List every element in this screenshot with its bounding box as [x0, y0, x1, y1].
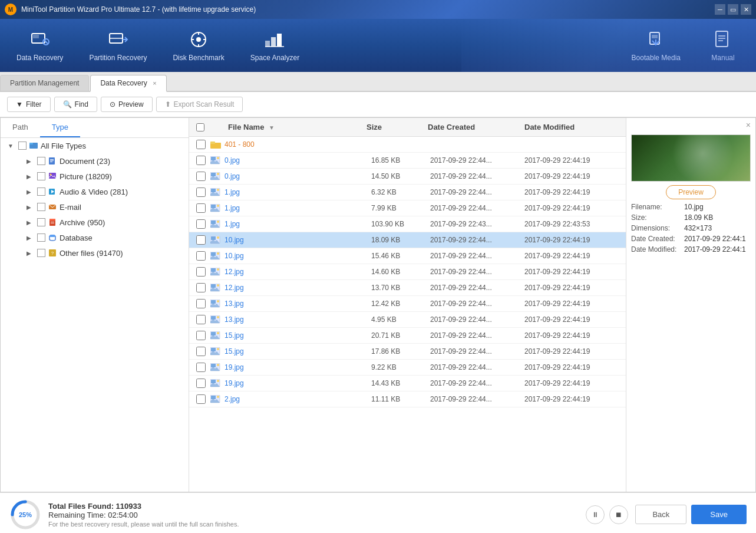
svg-rect-38	[49, 219, 55, 221]
find-button[interactable]: 🔍 Find	[54, 97, 97, 112]
row-checkbox[interactable]	[196, 363, 206, 372]
panel-tabs: Path Type	[1, 118, 189, 138]
tree-checkbox-email[interactable]	[37, 203, 45, 211]
preview-close-button[interactable]: ×	[746, 120, 751, 130]
table-row[interactable]: 1.jpg 7.99 KB 2017-09-29 22:44... 2017-0…	[189, 200, 626, 216]
window-controls[interactable]: ─ ▭ ✕	[715, 4, 751, 15]
row-checkbox[interactable]	[196, 299, 206, 308]
file-type-tree: ▼ All File Types ▶	[1, 138, 189, 261]
tree-item-document[interactable]: ▶ Document (23)	[22, 153, 189, 169]
row-checkbox[interactable]	[196, 394, 206, 404]
image-file-icon	[210, 300, 221, 308]
preview-action-button[interactable]: Preview	[666, 185, 716, 199]
preview-dimensions-key: Dimensions:	[631, 224, 684, 232]
tree-checkbox-picture[interactable]	[37, 172, 45, 180]
row-checkbox[interactable]	[196, 283, 206, 292]
tree-item-archive[interactable]: ▶ Archive (950)	[22, 215, 189, 230]
file-date-created: 2017-09-29 22:44...	[430, 268, 524, 276]
file-date-modified: 2017-09-29 22:44:19	[524, 347, 619, 356]
stop-button[interactable]: ⏹	[609, 505, 628, 524]
table-row[interactable]: 401 - 800	[189, 137, 626, 153]
table-row[interactable]: 15.jpg 20.71 KB 2017-09-29 22:44... 2017…	[189, 328, 626, 344]
toolbar-manual[interactable]: Manual	[699, 24, 747, 67]
toolbar-space-analyzer[interactable]: Space Analyzer	[243, 24, 306, 67]
total-files-label: Total Files Found:	[48, 502, 114, 511]
tree-item-all-file-types[interactable]: ▼ All File Types	[3, 138, 189, 153]
file-date-modified: 2017-09-29 22:44:19	[524, 315, 619, 324]
tree-checkbox-archive[interactable]	[37, 218, 45, 226]
file-list: 401 - 800 0.jpg 16.85 KB 2017-09-29 22:4…	[189, 137, 626, 492]
tree-checkbox-audio-video[interactable]	[37, 187, 45, 196]
toolbar-data-recovery[interactable]: Data Recovery	[9, 24, 70, 67]
row-checkbox[interactable]	[196, 251, 206, 261]
table-row[interactable]: 12.jpg 14.60 KB 2017-09-29 22:44... 2017…	[189, 264, 626, 280]
table-row[interactable]: 10.jpg 18.09 KB 2017-09-29 22:44... 2017…	[189, 232, 626, 248]
image-file-icon	[210, 156, 221, 164]
row-checkbox[interactable]	[196, 347, 206, 356]
tab-partition-management[interactable]: Partition Management	[0, 75, 89, 91]
table-row[interactable]: 19.jpg 14.43 KB 2017-09-29 22:44... 2017…	[189, 376, 626, 391]
tree-item-audio-video[interactable]: ▶ Audio & Video (281)	[22, 184, 189, 199]
path-tab[interactable]: Path	[1, 118, 40, 137]
preview-panel: × Preview Filename: 10.jpg Size: 18.09 K…	[626, 118, 755, 492]
table-row[interactable]: 10.jpg 15.46 KB 2017-09-29 22:44... 2017…	[189, 248, 626, 264]
save-button[interactable]: Save	[691, 505, 747, 524]
back-button[interactable]: Back	[635, 505, 686, 524]
tree-item-picture[interactable]: ▶ Picture (18209)	[22, 169, 189, 184]
pause-button[interactable]: ⏸	[586, 505, 605, 524]
tree-item-database[interactable]: ▶ Database	[22, 230, 189, 245]
minimize-button[interactable]: ─	[715, 4, 725, 15]
column-filename[interactable]: File Name ▼	[228, 123, 364, 131]
row-checkbox[interactable]	[196, 235, 206, 245]
toolbar-disk-benchmark[interactable]: Disk Benchmark	[166, 24, 231, 67]
filter-button[interactable]: ▼ Filter	[7, 97, 51, 112]
table-row[interactable]: 0.jpg 14.50 KB 2017-09-29 22:44... 2017-…	[189, 169, 626, 185]
table-row[interactable]: 19.jpg 9.22 KB 2017-09-29 22:44... 2017-…	[189, 360, 626, 376]
tree-checkbox-database[interactable]	[37, 233, 45, 242]
image-file-icon	[210, 315, 221, 324]
row-checkbox[interactable]	[196, 203, 206, 213]
row-checkbox[interactable]	[196, 331, 206, 340]
table-row[interactable]: 15.jpg 17.86 KB 2017-09-29 22:44... 2017…	[189, 344, 626, 360]
row-checkbox[interactable]	[196, 267, 206, 277]
select-all-checkbox[interactable]	[196, 123, 204, 131]
total-files-number: 110933	[116, 502, 141, 511]
export-button[interactable]: ⬆ Export Scan Result	[156, 97, 243, 112]
table-row[interactable]: 13.jpg 12.42 KB 2017-09-29 22:44... 2017…	[189, 296, 626, 312]
row-checkbox[interactable]	[196, 379, 206, 388]
table-row[interactable]: 1.jpg 103.90 KB 2017-09-29 22:43... 2017…	[189, 216, 626, 232]
row-checkbox[interactable]	[196, 140, 206, 149]
row-checkbox[interactable]	[196, 315, 206, 324]
table-row[interactable]: 0.jpg 16.85 KB 2017-09-29 22:44... 2017-…	[189, 153, 626, 169]
remaining-time-label: Remaining Time:	[48, 511, 106, 519]
table-row[interactable]: 1.jpg 6.32 KB 2017-09-29 22:44... 2017-0…	[189, 185, 626, 200]
tree-checkbox-all[interactable]	[18, 142, 27, 150]
db-expand-arrow: ▶	[27, 235, 35, 241]
tree-checkbox-document[interactable]	[37, 157, 45, 165]
row-checkbox[interactable]	[196, 187, 206, 197]
svg-text:M: M	[8, 6, 13, 13]
column-date-created: Date Created	[428, 123, 522, 131]
table-row[interactable]: 12.jpg 13.70 KB 2017-09-29 22:44... 2017…	[189, 280, 626, 296]
close-button[interactable]: ✕	[741, 4, 751, 15]
table-row[interactable]: 13.jpg 4.95 KB 2017-09-29 22:44... 2017-…	[189, 312, 626, 328]
toolbar-partition-recovery[interactable]: Partition Recovery	[82, 24, 154, 67]
file-size: 18.09 KB	[371, 236, 430, 244]
row-checkbox[interactable]	[196, 156, 206, 165]
archive-icon	[48, 218, 57, 227]
svg-rect-22	[716, 31, 728, 47]
image-file-icon	[210, 284, 221, 292]
restore-button[interactable]: ▭	[728, 4, 738, 15]
tree-checkbox-other-files[interactable]	[37, 249, 45, 257]
type-tab[interactable]: Type	[40, 118, 80, 137]
row-checkbox[interactable]	[196, 172, 206, 181]
row-checkbox[interactable]	[196, 219, 206, 229]
table-row[interactable]: 2.jpg 11.11 KB 2017-09-29 22:44... 2017-…	[189, 391, 626, 407]
tab-close-icon[interactable]: ×	[153, 80, 156, 87]
preview-button[interactable]: ⊙ Preview	[101, 97, 153, 112]
toolbar-bootable-media[interactable]: Bootable Media	[625, 24, 688, 67]
tree-item-other-files[interactable]: ▶ ? Other files (91470)	[22, 245, 189, 261]
tree-item-email[interactable]: ▶ E-mail	[22, 199, 189, 215]
tab-data-recovery[interactable]: Data Recovery ×	[90, 75, 166, 92]
file-date-modified: 2017-09-29 22:44:19	[524, 268, 619, 276]
